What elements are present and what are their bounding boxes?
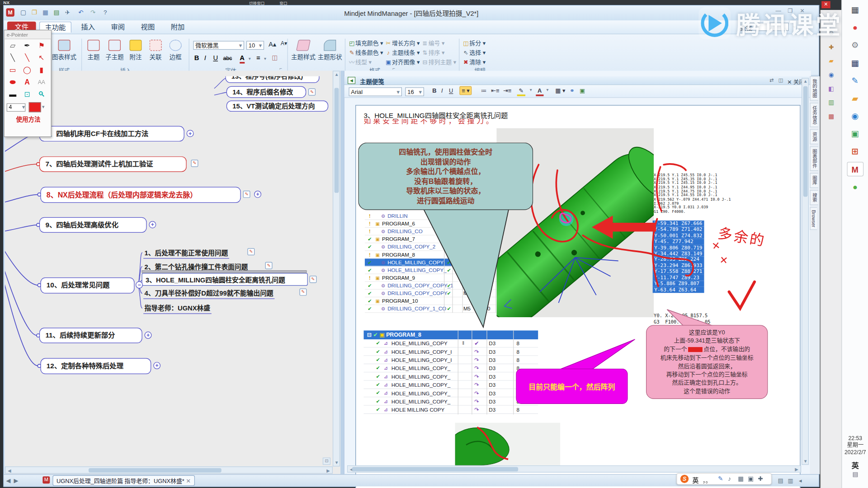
view-mode-icon[interactable]: ▤ [778, 477, 783, 484]
hole-milling-row[interactable]: ✔ ⊿ HOLE MILLING COPY ↷ D3 8 [363, 406, 538, 414]
font-family-select[interactable]: 微软雅黑▾ [193, 41, 244, 50]
operation-row[interactable]: ! ⚙ DRILLIN ✔ DR2.5 5 [365, 212, 496, 220]
operation-row[interactable]: ! ▣ PROGRAM_9 [365, 274, 496, 282]
italic-icon[interactable]: I [204, 54, 206, 62]
hole-milling-row[interactable]: ✔ ⊿ HOLE_MILLING_COPY_ ↷ D3 8 [363, 389, 538, 397]
clipped-topic[interactable]: 13、程序号(程序名修改) [225, 76, 321, 84]
color-dropdown-icon[interactable]: ▾ [42, 104, 45, 109]
notes-outdent-icon[interactable]: ⇤≡ [489, 87, 501, 94]
operation-row[interactable]: ✔ ⚙ DRILLING_COPY_2 ✔ ▯ C10 7 [365, 243, 496, 251]
collapse-icon[interactable]: ⊟ [367, 332, 372, 338]
growth-direction-button[interactable]: ✂增长方向 ▾ [385, 39, 421, 48]
topic-9[interactable]: 9、四轴后处理高级优化 [39, 217, 147, 233]
filled-rect-tool-icon[interactable]: ▮ [35, 65, 47, 75]
hole-milling-row[interactable]: ✔ ⊿ HOLE_MILLING_COPY_I ↷ D3 8 [363, 347, 538, 356]
text-tool-icon[interactable]: A [21, 77, 33, 88]
window-close-icon[interactable]: ✕ [800, 8, 804, 14]
notes-size-select[interactable]: 16▾ [405, 87, 424, 96]
nx-globe-icon[interactable]: ◉ [826, 70, 836, 79]
notes-image-icon[interactable]: ▣ [578, 87, 586, 94]
usage-link[interactable]: 使用方法 [5, 114, 52, 123]
notes-link-icon[interactable]: ⚭ [568, 87, 576, 94]
format-eraser-icon[interactable]: ◫ [272, 54, 278, 61]
note-icon[interactable]: ✎ [265, 262, 273, 269]
eraser-tool-icon[interactable]: ▱ [7, 40, 19, 51]
canvas-vscrollbar[interactable]: ▲▼ [333, 71, 340, 467]
nx-tools-icon[interactable]: ✚ [826, 42, 836, 52]
restore-icon[interactable]: ❐ [788, 8, 793, 14]
window-titlebar[interactable]: M ▢ ❐ ▦ ▤ ✈ ↶ ↷ ? Mindjet MindManager - … [4, 5, 819, 20]
align-dropdown-icon[interactable]: ▾ [264, 56, 266, 61]
screen-record-icon[interactable]: ● [847, 20, 863, 35]
operation-row[interactable]: ✔ ⚙ DRILLING_COPY_COPY ✔ M3 9 [365, 290, 496, 297]
select-button[interactable]: ⇖选择 ▾ [462, 48, 501, 57]
dropdown-icon[interactable]: ▾ [528, 87, 533, 93]
line-tool-icon[interactable]: ╲ [7, 52, 19, 63]
boundary-button[interactable]: 边框 [167, 40, 184, 61]
hole-milling-row[interactable]: ✔ ⊿ HOLE_MILLING_COPY_ ↷ D3 8 [363, 381, 538, 389]
task-pane-tab[interactable]: 图表部件 [810, 146, 818, 171]
task-pane-tab[interactable]: 我的地图 [810, 76, 818, 101]
topic-6[interactable]: 6、四轴机床用CF卡在线加工方法 [39, 126, 184, 141]
tab-review[interactable]: 审阅 [104, 22, 131, 33]
ime-image-icon[interactable]: ▣ [748, 475, 754, 483]
task-pane-tab[interactable]: 资源 [810, 129, 818, 144]
notes-bullets-icon[interactable]: ≔ [479, 87, 488, 94]
font-color-dropdown-icon[interactable]: ▾ [249, 56, 251, 61]
operation-row[interactable]: ! ⚙ DRILLING_CO ✔ Z DR4.3 6 [365, 228, 496, 235]
nx-folder-icon[interactable]: ▰ [826, 56, 836, 66]
collapse-bar-icon[interactable]: ◂ [799, 477, 802, 484]
taskbar-ime-lang[interactable]: 英 [842, 460, 868, 470]
note-icon[interactable]: ✎ [299, 288, 307, 296]
notes-hscrollbar[interactable]: ◀▶ [347, 465, 801, 473]
notes-vscrollbar[interactable]: ▲▼ [802, 78, 809, 465]
float-pane-icon[interactable]: ⇄ [769, 77, 774, 83]
pen-size-select[interactable]: 4▾ [7, 103, 26, 112]
prev-map-icon[interactable]: ◀ [6, 477, 10, 484]
dropdown-icon[interactable]: ▾ [545, 87, 550, 93]
subtopic-teacher[interactable]: 指导老师：UGNX林盛 [143, 303, 211, 314]
bold-icon[interactable]: B [194, 54, 199, 62]
nx-settings-icon[interactable]: ⚙ [826, 29, 836, 38]
tab-addons[interactable]: 附加 [165, 22, 191, 33]
sort-button[interactable]: ⇅排序 ▾ [421, 48, 458, 57]
ime-keyboard-icon[interactable]: ▦ [738, 475, 744, 483]
align-icon[interactable]: ≡ [256, 54, 260, 62]
fit-map-button[interactable]: ⊡ [323, 458, 330, 465]
subtopic-3-selected[interactable]: 3、HOLE_MILLING四轴圆柱安全距离铣孔问题 [142, 273, 307, 286]
pen-icon[interactable]: ✎ [847, 74, 863, 88]
nx-window-icon[interactable]: ▢ [826, 15, 836, 24]
operation-row[interactable]: ✔ ⚙ HOLE_MILLING_COPY ✔ ‖ D3 8 [365, 258, 496, 266]
taskbar-clock[interactable]: 22:53 星期一 2022/2/7 [842, 434, 868, 456]
clear-button[interactable]: ✖清除 ▾ [462, 57, 501, 67]
close-icon[interactable]: ✕ [821, 1, 830, 8]
arrange-topics-button[interactable]: ⊟排列主题 ▾ [421, 57, 458, 67]
task-pane-tab[interactable]: Browser [810, 207, 817, 230]
document-tab[interactable]: UGNX后处理_四轴进阶篇 指导老师：UGNX林盛* ✕ [52, 475, 194, 486]
pen-color-swatch[interactable] [29, 102, 41, 112]
sogou-logo-icon[interactable]: S [680, 475, 689, 483]
operation-row[interactable]: ✔ ⚙ DRILLING_COPY_1_CO ✔ M5 10 [365, 305, 496, 313]
rect-tool-icon[interactable]: ▭ [7, 65, 19, 75]
topic-shape-button[interactable]: 主题形状 [317, 40, 343, 61]
task-pane-tab[interactable]: 任务信息 [810, 103, 818, 127]
browser-icon[interactable]: ◉ [847, 109, 863, 123]
strikethrough-icon[interactable]: abc [223, 55, 232, 61]
nx-palette-icon[interactable]: ◧ [826, 84, 836, 93]
next-map-icon[interactable]: ▶ [14, 477, 19, 484]
operation-row[interactable]: ! ▣ PROGRAM_8 [365, 251, 496, 258]
highlighter-tool-icon[interactable]: ⚑ [35, 40, 47, 51]
screen-tool-icon[interactable]: ⊡ [21, 89, 33, 100]
operation-row[interactable]: ! ▣ PROGRAM_6 [365, 220, 496, 228]
line-color-button[interactable]: ✎线条颜色 ▾ [348, 48, 385, 57]
operation-row[interactable]: ✔ ⚙ HOLE_MILLING_COPY_ ✔ D3 8 [365, 267, 496, 274]
shrink-font-icon[interactable]: A▾ [281, 40, 287, 46]
zoom-tool-icon[interactable]: 🔍︎ [35, 89, 47, 100]
operation-tree[interactable]: ! ⚙ DRILLIN ✔ DR2.5 5 ! ▣ PROGRAM_6 [365, 212, 496, 313]
display-grid-icon[interactable]: ▦ [847, 3, 863, 17]
map-canvas[interactable]: 13、程序号(程序名修改) 14、程序后缀名修改 ✎ 15、VT测试确定后处理方… [5, 71, 340, 474]
fill-color-button[interactable]: ◰填充颜色 ▾ [348, 39, 385, 48]
zoom-mode-icon[interactable]: ▥ [788, 477, 793, 484]
note-icon[interactable]: ✎ [247, 248, 255, 255]
wechat-icon[interactable]: ● [847, 180, 863, 194]
